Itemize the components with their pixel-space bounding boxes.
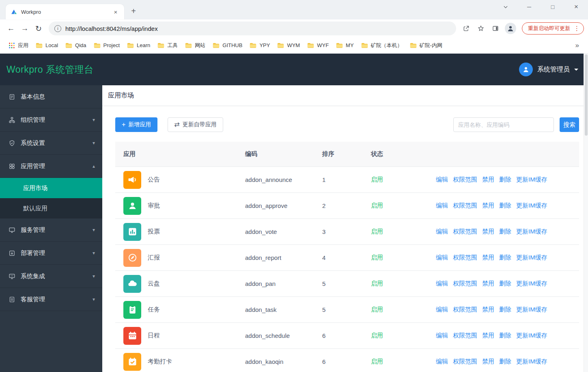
action-link[interactable]: 更新IM缓存 — [516, 254, 547, 262]
chevron-down-icon[interactable] — [494, 0, 517, 14]
action-link[interactable]: 禁用 — [482, 358, 494, 366]
bookmark-item[interactable]: 工具 — [154, 40, 181, 51]
tab-close-icon[interactable]: × — [112, 9, 119, 15]
update-builtin-apps-button[interactable]: ⇄ 更新自带应用 — [168, 117, 223, 132]
app-name: 投票 — [148, 228, 160, 236]
bookmark-item[interactable]: 矿院-内网 — [406, 40, 446, 51]
action-link[interactable]: 更新IM缓存 — [516, 306, 547, 314]
page-scrollbar[interactable] — [584, 54, 588, 372]
browser-update-button[interactable]: 重新启动即可更新 ⋮ — [522, 22, 584, 35]
action-link[interactable]: 更新IM缓存 — [516, 280, 547, 288]
sidebar-item[interactable]: 客服管理▾ — [0, 288, 102, 311]
sidebar-item[interactable]: 服务管理▾ — [0, 218, 102, 242]
action-link[interactable]: 权限范围 — [453, 332, 477, 340]
action-link[interactable]: 禁用 — [482, 254, 494, 262]
sidebar-item[interactable]: 应用管理▴ — [0, 155, 102, 178]
folder-icon — [65, 43, 72, 48]
share-icon[interactable] — [459, 22, 473, 35]
user-menu[interactable]: 系统管理员 — [519, 63, 578, 76]
action-link[interactable]: 编辑 — [436, 306, 448, 314]
action-link[interactable]: 删除 — [499, 202, 511, 210]
forward-icon[interactable]: → — [18, 22, 32, 35]
action-link[interactable]: 编辑 — [436, 280, 448, 288]
star-icon[interactable] — [474, 22, 488, 35]
minimize-button[interactable]: ─ — [517, 0, 541, 14]
bookmark-item[interactable]: GITHUB — [209, 40, 246, 50]
url-field[interactable]: i http://localhost:8042/ms/app/index — [49, 22, 456, 35]
bookmark-item[interactable]: 网站 — [181, 40, 209, 51]
action-link[interactable]: 编辑 — [436, 332, 448, 340]
reload-icon[interactable]: ↻ — [32, 22, 45, 35]
site-info-icon[interactable]: i — [54, 25, 61, 32]
scrollbar-thumb[interactable] — [585, 54, 588, 136]
action-link[interactable]: 禁用 — [482, 228, 494, 236]
action-link[interactable]: 禁用 — [482, 332, 494, 340]
action-link[interactable]: 删除 — [499, 176, 511, 184]
new-tab-button[interactable]: + — [127, 5, 140, 17]
action-link[interactable]: 权限范围 — [453, 228, 477, 236]
action-link[interactable]: 删除 — [499, 280, 511, 288]
bookmark-item[interactable]: Project — [90, 40, 123, 50]
back-icon[interactable]: ← — [4, 22, 18, 35]
search-input[interactable] — [453, 117, 554, 132]
action-link[interactable]: 更新IM缓存 — [516, 358, 547, 366]
add-app-button[interactable]: + 新增应用 — [115, 117, 157, 132]
action-link[interactable]: 更新IM缓存 — [516, 332, 547, 340]
bookmark-item[interactable]: Qida — [62, 40, 90, 50]
action-link[interactable]: 编辑 — [436, 176, 448, 184]
action-link[interactable]: 更新IM缓存 — [516, 228, 547, 236]
bookmark-item[interactable]: Learn — [123, 40, 154, 50]
sidebar-item[interactable]: 组织管理▾ — [0, 108, 102, 132]
bookmark-item[interactable]: MY — [332, 40, 358, 50]
action-link[interactable]: 禁用 — [482, 176, 494, 184]
bookmark-item[interactable]: 应用 — [5, 40, 32, 51]
sidebar-item[interactable]: 部署管理▾ — [0, 242, 102, 265]
action-link[interactable]: 权限范围 — [453, 280, 477, 288]
action-link[interactable]: 编辑 — [436, 358, 448, 366]
sidebar-item[interactable]: 系统设置▾ — [0, 132, 102, 155]
action-link[interactable]: 权限范围 — [453, 176, 477, 184]
action-link[interactable]: 禁用 — [482, 306, 494, 314]
action-link[interactable]: 更新IM缓存 — [516, 176, 547, 184]
action-link[interactable]: 更新IM缓存 — [516, 202, 547, 210]
action-link[interactable]: 删除 — [499, 306, 511, 314]
app-status: 启用 — [371, 332, 436, 340]
app-code: addon_announce — [245, 176, 322, 183]
action-link[interactable]: 删除 — [499, 228, 511, 236]
bookmark-item[interactable]: WYF — [304, 40, 332, 50]
action-link[interactable]: 删除 — [499, 332, 511, 340]
close-button[interactable]: × — [564, 0, 588, 14]
action-link[interactable]: 编辑 — [436, 254, 448, 262]
action-link[interactable]: 禁用 — [482, 202, 494, 210]
sidebar-item[interactable]: 基本信息 — [0, 85, 102, 108]
action-link[interactable]: 删除 — [499, 254, 511, 262]
action-link[interactable]: 权限范围 — [453, 358, 477, 366]
app-body: 基本信息组织管理▾系统设置▾应用管理▴应用市场默认应用服务管理▾部署管理▾系统集… — [0, 85, 588, 372]
action-link[interactable]: 编辑 — [436, 228, 448, 236]
action-link[interactable]: 禁用 — [482, 280, 494, 288]
maximize-button[interactable]: □ — [541, 0, 564, 14]
browser-tab[interactable]: Workpro × — [6, 4, 124, 19]
profile-icon[interactable] — [505, 23, 516, 34]
sidebar-item[interactable]: 系统集成▾ — [0, 265, 102, 288]
bookmarks-overflow-icon[interactable]: » — [571, 41, 583, 50]
search-button[interactable]: 搜索 — [560, 117, 579, 132]
bookmark-item[interactable]: WYM — [274, 40, 304, 50]
chevron-up-icon: ▴ — [93, 163, 95, 169]
action-link[interactable]: 编辑 — [436, 202, 448, 210]
action-link[interactable]: 权限范围 — [453, 306, 477, 314]
sidebar-subitem[interactable]: 应用市场 — [0, 178, 102, 198]
row-actions: 编辑权限范围禁用删除更新IM缓存 — [436, 254, 571, 262]
sidebar-subitem[interactable]: 默认应用 — [0, 198, 102, 218]
bookmark-item[interactable]: 矿院（本机） — [358, 40, 406, 51]
app-status: 启用 — [371, 228, 436, 236]
split-screen-icon[interactable] — [489, 22, 502, 35]
url-text[interactable]: http://localhost:8042/ms/app/index — [65, 25, 158, 32]
action-link[interactable]: 删除 — [499, 358, 511, 366]
shield-icon — [9, 140, 15, 147]
action-link[interactable]: 权限范围 — [453, 254, 477, 262]
bookmark-item[interactable]: Local — [32, 40, 62, 50]
bookmark-item[interactable]: YPY — [246, 40, 274, 50]
action-link[interactable]: 权限范围 — [453, 202, 477, 210]
menu-dots-icon[interactable]: ⋮ — [574, 25, 580, 32]
